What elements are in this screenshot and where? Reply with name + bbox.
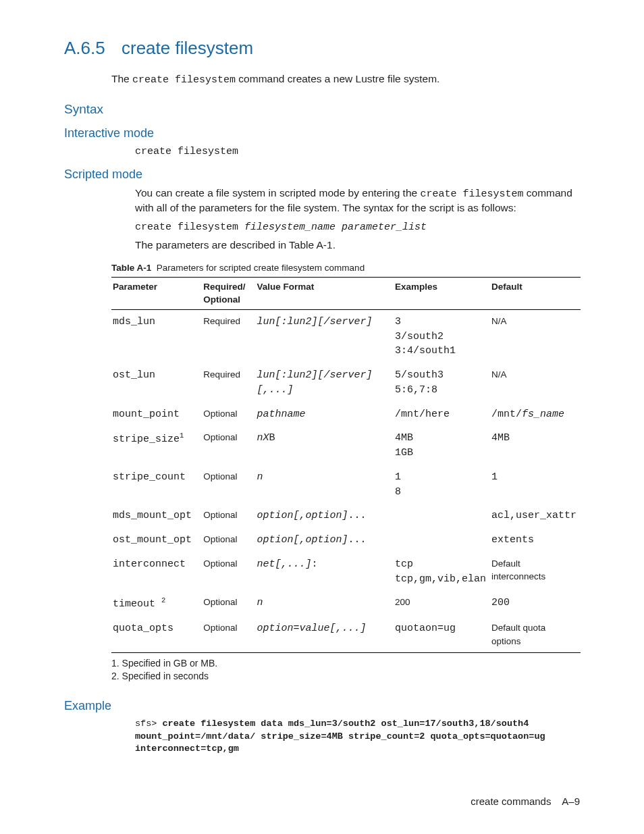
cell-format: n (255, 465, 394, 504)
table-row: mount_pointOptionalpathname/mnt/here/mnt… (111, 402, 581, 427)
footnotes: 1. Specified in GB or MB. 2. Specified i… (111, 657, 580, 683)
footer-page: A–9 (562, 796, 580, 807)
cell-parameter: stripe_size1 (111, 426, 202, 465)
th-required: Required/ Optional (202, 278, 255, 309)
table-caption: Table A-1 Parameters for scripted create… (111, 262, 580, 274)
syntax-heading: Syntax (64, 101, 580, 118)
section-number: A.6.5 (64, 36, 122, 60)
cell-examples: tcptcp,gm,vib,elan (394, 552, 490, 592)
scripted-desc-code: create filesystem (420, 188, 523, 200)
example-code: sfs> create filesystem data mds_lun=3/so… (135, 718, 580, 755)
th-parameter: Parameter (111, 278, 202, 309)
table-row: quota_optsOptionaloption=value[,...]quot… (111, 617, 581, 653)
scripted-post: The parameters are described in Table A-… (135, 238, 580, 253)
cell-examples: 5/south35:6,7:8 (394, 363, 490, 402)
cell-examples: 33/south23:4/south1 (394, 309, 490, 363)
intro-pre: The (111, 73, 132, 84)
cell-default: 200 (490, 591, 581, 617)
example-heading: Example (64, 698, 580, 714)
scripted-heading: Scripted mode (64, 166, 580, 182)
th-examples: Examples (394, 278, 490, 309)
table-caption-label: Table A-1 (111, 263, 151, 273)
cell-examples (394, 504, 490, 528)
th-default: Default (490, 278, 581, 309)
cell-format: nXB (255, 426, 394, 465)
cell-format: net[,...]: (255, 552, 394, 592)
cell-format: pathname (255, 402, 394, 427)
cell-format: option[,option]... (255, 528, 394, 552)
table-row: interconnectOptionalnet[,...]:tcptcp,gm,… (111, 552, 581, 592)
scripted-desc: You can create a file system in scripted… (135, 186, 580, 215)
intro-paragraph: The create filesystem command creates a … (111, 72, 580, 87)
section-heading: A.6.5create filesystem (64, 36, 580, 60)
table-row: timeout 2Optionaln200200 (111, 591, 581, 617)
cell-parameter: mount_point (111, 402, 202, 427)
cell-required: Optional (202, 552, 255, 592)
scripted-code-italic: filesystem_name parameter_list (244, 221, 427, 233)
footnote-2: 2. Specified in seconds (111, 670, 580, 683)
page-footer: create commands A–9 (471, 795, 580, 808)
cell-format: n (255, 591, 394, 617)
example-prompt: sfs> (135, 719, 163, 729)
th-format: Value Format (255, 278, 394, 309)
example-cmd: create filesystem data mds_lun=3/south2 … (135, 719, 551, 753)
cell-default: N/A (490, 363, 581, 402)
cell-examples: 200 (394, 591, 490, 617)
table-row: stripe_size1OptionalnXB4MB1GB4MB (111, 426, 581, 465)
table-row: ost_lunRequiredlun[:lun2][/server][,...]… (111, 363, 581, 402)
cell-required: Optional (202, 528, 255, 552)
cell-examples (394, 528, 490, 552)
cell-parameter: ost_lun (111, 363, 202, 402)
cell-format: option=value[,...] (255, 617, 394, 653)
cell-default: Default quota options (490, 617, 581, 653)
interactive-heading: Interactive mode (64, 125, 580, 141)
cell-examples: quotaon=ug (394, 617, 490, 653)
cell-format: lun[:lun2][/server][,...] (255, 363, 394, 402)
intro-post: command creates a new Lustre file system… (236, 73, 439, 84)
cell-required: Optional (202, 465, 255, 504)
table-row: stripe_countOptionaln181 (111, 465, 581, 504)
cell-examples: /mnt/here (394, 402, 490, 427)
cell-required: Optional (202, 617, 255, 653)
table-caption-text: Parameters for scripted create filesyste… (157, 263, 365, 273)
cell-required: Optional (202, 504, 255, 528)
cell-default: extents (490, 528, 581, 552)
cell-default: /mnt/fs_name (490, 402, 581, 427)
page: A.6.5create filesystem The create filesy… (0, 0, 644, 834)
cell-examples: 4MB1GB (394, 426, 490, 465)
cell-default: Default interconnects (490, 552, 581, 592)
table-row: mds_lunRequiredlun[:lun2][/server]33/sou… (111, 309, 581, 363)
cell-required: Optional (202, 426, 255, 465)
cell-default: 4MB (490, 426, 581, 465)
table-body: mds_lunRequiredlun[:lun2][/server]33/sou… (111, 309, 581, 652)
cell-parameter: stripe_count (111, 465, 202, 504)
cell-required: Required (202, 363, 255, 402)
cell-parameter: timeout 2 (111, 591, 202, 617)
interactive-code: create filesystem (135, 145, 580, 159)
cell-parameter: mds_lun (111, 309, 202, 363)
cell-parameter: interconnect (111, 552, 202, 592)
parameters-table: Parameter Required/ Optional Value Forma… (111, 277, 581, 653)
cell-default: N/A (490, 309, 581, 363)
cell-required: Optional (202, 402, 255, 427)
section-title: create filesystem (122, 38, 253, 58)
cell-default: acl,user_xattr (490, 504, 581, 528)
cell-default: 1 (490, 465, 581, 504)
cell-format: lun[:lun2][/server] (255, 309, 394, 363)
scripted-syntax-code: create filesystem filesystem_name parame… (135, 219, 580, 234)
cell-parameter: ost_mount_opt (111, 528, 202, 552)
scripted-desc-pre: You can create a file system in scripted… (135, 187, 420, 199)
cell-parameter: quota_opts (111, 617, 202, 653)
cell-parameter: mds_mount_opt (111, 504, 202, 528)
cell-format: option[,option]... (255, 504, 394, 528)
footer-text: create commands (471, 796, 551, 807)
table-head-row: Parameter Required/ Optional Value Forma… (111, 278, 581, 309)
table-row: mds_mount_optOptionaloption[,option]...a… (111, 504, 581, 528)
footnote-1: 1. Specified in GB or MB. (111, 657, 580, 670)
scripted-code-plain: create filesystem (135, 221, 244, 233)
table-row: ost_mount_optOptionaloption[,option]...e… (111, 528, 581, 552)
cell-required: Required (202, 309, 255, 363)
intro-code: create filesystem (132, 74, 236, 86)
cell-examples: 18 (394, 465, 490, 504)
cell-required: Optional (202, 591, 255, 617)
